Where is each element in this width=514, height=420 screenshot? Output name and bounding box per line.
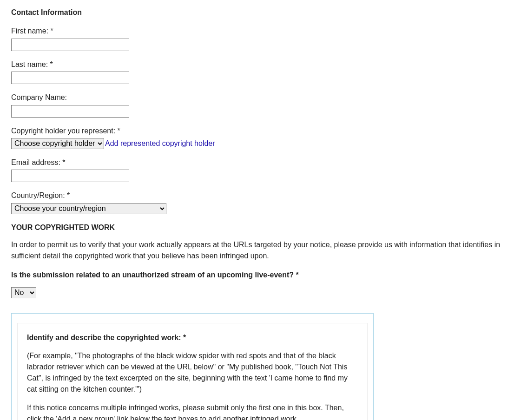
live-event-question: Is the submission related to an unauthor… [11, 270, 503, 280]
last-name-group: Last name: * [11, 59, 503, 84]
company-group: Company Name: [11, 92, 503, 117]
add-copyright-holder-link[interactable]: Add represented copyright holder [105, 138, 215, 149]
country-label: Country/Region: * [11, 190, 503, 201]
identify-example-text: (For example, "The photographs of the bl… [27, 350, 358, 395]
work-description: In order to permit us to verify that you… [11, 239, 503, 262]
copyright-holder-group: Copyright holder you represent: * Choose… [11, 126, 503, 149]
country-group: Country/Region: * Choose your country/re… [11, 190, 503, 214]
copyrighted-work-section: YOUR COPYRIGHTED WORK In order to permit… [11, 223, 503, 309]
identify-work-inner: Identify and describe the copyrighted wo… [17, 323, 368, 420]
first-name-label: First name: * [11, 26, 503, 36]
first-name-group: First name: * [11, 26, 503, 51]
company-label: Company Name: [11, 92, 503, 103]
contact-information-section: Contact Information First name: * Last n… [11, 7, 503, 214]
email-input[interactable] [11, 170, 129, 182]
country-select[interactable]: Choose your country/region [11, 203, 166, 214]
copyright-holder-select[interactable]: Choose copyright holder [11, 138, 104, 149]
email-group: Email address: * [11, 158, 503, 182]
identify-multiple-text: If this notice concerns multiple infring… [27, 402, 358, 420]
identify-work-box: Identify and describe the copyrighted wo… [11, 313, 374, 420]
last-name-label: Last name: * [11, 59, 503, 70]
work-heading: YOUR COPYRIGHTED WORK [11, 223, 503, 233]
copyright-holder-label: Copyright holder you represent: * [11, 126, 503, 136]
company-input[interactable] [11, 105, 129, 118]
contact-heading: Contact Information [11, 7, 503, 18]
email-label: Email address: * [11, 158, 503, 168]
identify-heading: Identify and describe the copyrighted wo… [27, 333, 358, 343]
first-name-input[interactable] [11, 39, 129, 51]
live-event-select[interactable]: No [11, 287, 36, 298]
last-name-input[interactable] [11, 72, 129, 84]
